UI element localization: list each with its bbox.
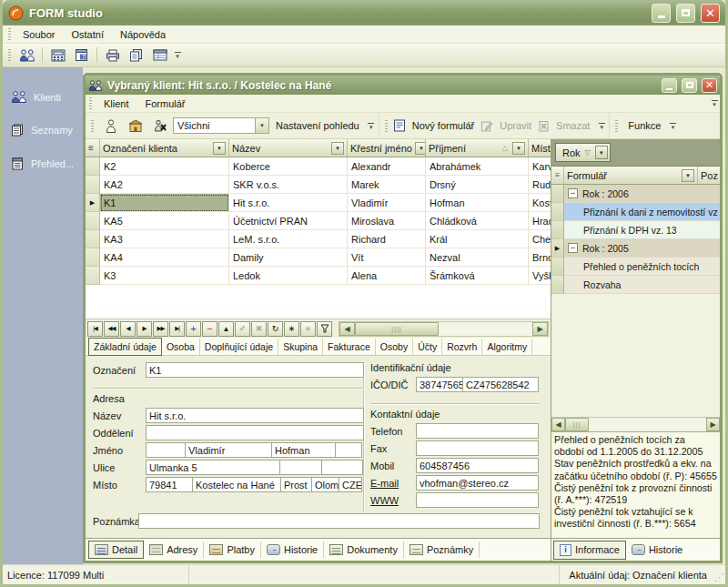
nav-edit-button[interactable]: ▲ xyxy=(218,321,234,337)
close-button[interactable]: ✕ xyxy=(701,4,720,23)
nav-insert-button[interactable]: + xyxy=(186,321,201,337)
menu-soubor[interactable]: Soubor xyxy=(15,27,63,42)
table-row[interactable]: KA4 Damily Vít Nezval Brno xyxy=(86,248,551,267)
tab-poznamky[interactable]: Poznámky xyxy=(404,541,480,558)
client-delete-button[interactable] xyxy=(148,116,171,136)
filter-dropdown-icon[interactable]: ▼ xyxy=(415,142,426,155)
copy-toolbar-button[interactable] xyxy=(125,46,147,66)
misto-input[interactable]: Kostelec na Hané xyxy=(192,477,281,492)
psc-input[interactable]: 79841 xyxy=(146,477,193,492)
toolbar-grip[interactable] xyxy=(8,49,11,61)
tab-historie-right[interactable]: Historie xyxy=(626,541,688,558)
group-row[interactable]: − Rok : 2006 xyxy=(551,185,720,203)
www-label[interactable]: WWW xyxy=(370,495,416,506)
column-header-poznamka[interactable]: Poz xyxy=(698,167,720,185)
child-minimize-button[interactable] xyxy=(662,78,677,93)
www-input[interactable] xyxy=(416,492,539,508)
scroll-left-icon[interactable]: ◀ xyxy=(339,322,355,336)
tab-historie[interactable]: Historie xyxy=(261,541,324,558)
toolbar-grip[interactable] xyxy=(89,97,92,109)
ico-input[interactable]: 38747565 xyxy=(416,377,463,392)
tab-rozvrh[interactable]: Rozvrh xyxy=(442,339,482,355)
menu-klient[interactable]: Klient xyxy=(96,96,137,111)
tab-fakturace[interactable]: Fakturace xyxy=(323,339,376,355)
tab-zakladni-udaje[interactable]: Základní údaje xyxy=(88,338,162,356)
nav-post-button[interactable]: ✔ xyxy=(235,321,250,337)
minimize-button[interactable] xyxy=(652,4,671,23)
filter-dropdown-icon[interactable]: ▼ xyxy=(595,146,608,159)
sidebar-item-seznamy[interactable]: Seznamy xyxy=(3,124,83,137)
tab-dokumenty[interactable]: Dokumenty xyxy=(324,541,404,558)
table-row-selected[interactable]: ▶ K1 Hit s.r.o. Vladimír Hofman Kost xyxy=(86,194,551,212)
nav-prior-button[interactable]: ◀ xyxy=(120,321,136,337)
titul-pred-input[interactable] xyxy=(146,442,186,458)
toolbar-grip[interactable] xyxy=(8,28,11,40)
toolbar-grip[interactable] xyxy=(615,120,618,132)
forms-horizontal-scrollbar[interactable]: ◀ ||| ▶ xyxy=(551,417,720,431)
column-header-formular[interactable]: Formulář▼ xyxy=(564,167,698,185)
ulice-input[interactable]: Ulmanka 5 xyxy=(146,460,280,475)
menu-napoveda[interactable]: Nápověda xyxy=(112,27,174,42)
sidebar-item-klienti[interactable]: Klienti xyxy=(3,91,83,103)
stat-input[interactable]: CZE xyxy=(339,477,362,492)
tab-osoby[interactable]: Osoby xyxy=(376,339,413,355)
tab-doplnujici-udaje[interactable]: Doplňující údaje xyxy=(200,339,278,355)
delete-form-button[interactable]: Smazat xyxy=(551,118,594,133)
toolbar-overflow-button[interactable]: ▾ xyxy=(366,116,377,136)
maximize-button[interactable] xyxy=(676,4,695,23)
poznamka-input[interactable] xyxy=(138,513,540,529)
filter-dropdown-icon[interactable]: ▼ xyxy=(682,169,694,182)
filter-dropdown-icon[interactable]: ▼ xyxy=(512,142,525,155)
kraj-input[interactable]: Olom xyxy=(311,477,339,492)
telefon-input[interactable] xyxy=(416,423,539,439)
nav-cancel-button[interactable]: ✖ xyxy=(251,321,267,337)
scroll-right-icon[interactable]: ▶ xyxy=(532,322,548,336)
column-header-nazev[interactable]: Název▼ xyxy=(229,139,348,157)
client-filter-combobox[interactable]: Všichni ▼ xyxy=(173,117,269,134)
toolbar-overflow-button[interactable]: ▾ xyxy=(172,46,183,66)
table-row[interactable]: KA3 LeM. s.r.o. Richard Král Cheb xyxy=(86,230,551,248)
scrollbar-thumb[interactable]: |||| xyxy=(355,322,439,336)
group-row[interactable]: ▶ − Rok : 2005 xyxy=(551,239,720,258)
oddeleni-input[interactable] xyxy=(146,425,364,440)
chevron-down-icon[interactable]: ▼ xyxy=(255,118,268,133)
column-header-krestni-jmeno[interactable]: Křestní jméno▼ xyxy=(348,139,426,157)
mobil-input[interactable]: 604587456 xyxy=(416,458,539,473)
tab-algoritmy[interactable]: Algoritmy xyxy=(482,339,532,355)
nazev-input[interactable]: Hit s.r.o. xyxy=(146,408,364,423)
grid-horizontal-scrollbar[interactable]: ◀ |||| ▶ xyxy=(339,321,549,337)
tab-informace[interactable]: i Informace xyxy=(553,541,626,560)
scrollbar-thumb[interactable]: ||| xyxy=(565,418,589,431)
client-person-button[interactable] xyxy=(99,116,122,136)
clients-toolbar-button[interactable] xyxy=(15,46,38,66)
okres-input[interactable]: Prost xyxy=(280,477,312,492)
nav-prior-page-button[interactable]: ◀◀ xyxy=(104,321,119,337)
form-item-row[interactable]: Rozvaha xyxy=(551,276,720,294)
column-header-prijmeni[interactable]: Příjmení△▼ xyxy=(426,139,529,157)
child-close-button[interactable]: ✕ xyxy=(702,78,717,93)
calculator-toolbar-button[interactable] xyxy=(46,46,69,66)
nav-last-button[interactable]: ▶| xyxy=(169,321,185,337)
menubar-overflow-button[interactable]: ▾ xyxy=(709,94,720,114)
functions-button[interactable]: Funkce xyxy=(623,118,665,133)
dic-input[interactable]: CZ475628542 xyxy=(462,377,539,392)
nav-next-page-button[interactable]: ▶▶ xyxy=(153,321,168,337)
fax-input[interactable] xyxy=(416,440,539,456)
grid-corner-cell[interactable]: ≡ xyxy=(551,167,564,185)
scroll-left-icon[interactable]: ◀ xyxy=(551,418,565,431)
collapse-group-icon[interactable]: − xyxy=(568,188,578,198)
tab-osoba[interactable]: Osoba xyxy=(162,339,200,355)
oznaceni-input[interactable]: K1 xyxy=(146,362,364,378)
nav-refresh-button[interactable]: ↻ xyxy=(268,321,283,337)
forms-toolbar-button[interactable]: 7 xyxy=(70,46,93,66)
group-by-rok-chip[interactable]: Rok ▽ ▼ xyxy=(555,143,611,162)
sidebar-item-prehled[interactable]: Přehled... xyxy=(3,157,83,170)
collapse-group-icon[interactable]: − xyxy=(568,243,578,253)
new-form-button[interactable]: Nový formulář xyxy=(408,118,479,133)
nav-goto-bookmark-button[interactable]: ∗ xyxy=(300,321,316,337)
list-toolbar-button[interactable] xyxy=(148,46,171,66)
tab-platby[interactable]: Platby xyxy=(204,541,261,558)
nav-bookmark-button[interactable]: ∗ xyxy=(284,321,299,337)
jmeno-input[interactable]: Vladimír xyxy=(185,442,272,458)
cislo-orientacni-input[interactable] xyxy=(321,460,363,475)
